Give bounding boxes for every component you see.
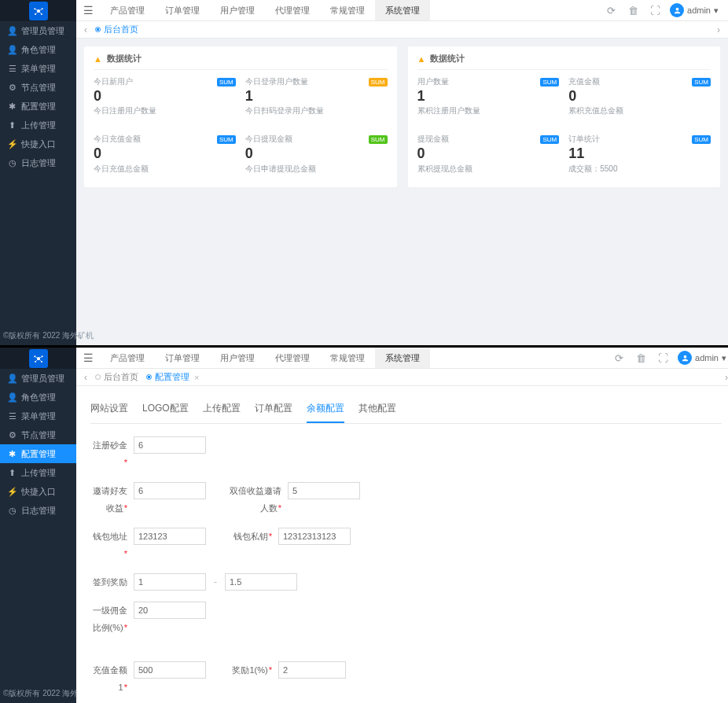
gear-icon: ✱ bbox=[8, 450, 17, 458]
sidebar-item-node[interactable]: ⚙节点管理 bbox=[0, 78, 76, 97]
fullscreen-icon[interactable]: ⛶ bbox=[648, 3, 662, 17]
sidebar-item-log[interactable]: ◷日志管理 bbox=[0, 501, 76, 520]
tab-prev-icon[interactable]: ‹ bbox=[79, 21, 92, 39]
refresh-icon[interactable]: ⟳ bbox=[612, 351, 626, 365]
label-wallet-key: 钱包私钥* bbox=[226, 528, 272, 545]
cfg-tab-order[interactable]: 订单配置 bbox=[255, 399, 292, 423]
dot-icon bbox=[146, 374, 152, 380]
reg-bonus-input[interactable] bbox=[134, 436, 206, 454]
logo bbox=[0, 0, 76, 21]
chevron-down-icon: ▾ bbox=[722, 353, 726, 363]
sidebar-item-admin[interactable]: 👤管理员管理 bbox=[0, 369, 76, 388]
user-menu[interactable]: admin ▾ bbox=[670, 3, 719, 17]
bonus1-input[interactable] bbox=[278, 661, 346, 679]
trash-icon[interactable]: 🗑 bbox=[634, 351, 648, 365]
metric-sub: 今日充值总金额 bbox=[94, 164, 236, 175]
sidebar-item-node[interactable]: ⚙节点管理 bbox=[0, 425, 76, 444]
tab-home[interactable]: 后台首页 bbox=[95, 371, 138, 383]
logo bbox=[0, 348, 76, 369]
sidebar-item-menu[interactable]: ☰菜单管理 bbox=[0, 407, 76, 425]
metric-sub: 累积提现总金额 bbox=[417, 164, 560, 175]
sidebar-label: 上传管理 bbox=[21, 467, 56, 479]
topnav-user[interactable]: 用户管理 bbox=[210, 0, 265, 20]
sidebar-item-quick[interactable]: ⚡快捷入口 bbox=[0, 482, 76, 501]
svg-line-8 bbox=[39, 11, 42, 14]
metric-label: 充值金额 bbox=[568, 76, 600, 87]
sidebar-label: 菜单管理 bbox=[21, 410, 56, 422]
topnav-general[interactable]: 常规管理 bbox=[320, 0, 375, 20]
sidebar-label: 管理员管理 bbox=[21, 25, 64, 37]
tab-next-icon[interactable]: › bbox=[720, 369, 728, 386]
avatar bbox=[678, 351, 692, 365]
topnav-general[interactable]: 常规管理 bbox=[320, 348, 375, 368]
metric-value: 1 bbox=[417, 87, 560, 105]
cfg-tab-site[interactable]: 网站设置 bbox=[90, 399, 128, 423]
topnav-system[interactable]: 系统管理 bbox=[375, 348, 430, 368]
sign-max-input[interactable] bbox=[225, 573, 297, 591]
tab-home[interactable]: 后台首页 bbox=[95, 24, 138, 35]
sidebar-item-menu[interactable]: ☰菜单管理 bbox=[0, 59, 76, 78]
metric-value: 11 bbox=[568, 145, 711, 163]
content-config: 网站设置 LOGO配置 上传配置 订单配置 余额配置 其他配置 注册砂金* 邀请… bbox=[76, 386, 728, 703]
hamburger-icon[interactable]: ☰ bbox=[76, 0, 100, 21]
topnav-system[interactable]: 系统管理 bbox=[375, 0, 430, 20]
panel-stats-2: ▲数据统计 用户数量SUM 1 累积注册用户数量 充值金额SUM 0 累积充值总… bbox=[408, 46, 721, 187]
label-reg-bonus: 注册砂金* bbox=[90, 436, 127, 471]
metric-login-users: 今日登录用户数量SUM 1 今日扫码登录用户数量 bbox=[245, 75, 388, 123]
topnav: 产品管理 订单管理 用户管理 代理管理 常规管理 系统管理 bbox=[100, 0, 430, 20]
upload-icon: ⬆ bbox=[8, 469, 17, 477]
sidebar-label: 节点管理 bbox=[21, 429, 56, 441]
wallet-key-input[interactable] bbox=[278, 528, 351, 545]
refresh-icon[interactable]: ⟳ bbox=[604, 3, 618, 17]
topnav-product[interactable]: 产品管理 bbox=[100, 0, 155, 20]
trash-icon[interactable]: 🗑 bbox=[626, 3, 640, 17]
badge: SUM bbox=[217, 135, 236, 144]
cfg-tab-logo[interactable]: LOGO配置 bbox=[142, 399, 189, 423]
cfg-tab-balance[interactable]: 余额配置 bbox=[307, 399, 344, 423]
topnav-order[interactable]: 订单管理 bbox=[155, 0, 210, 20]
double-input[interactable] bbox=[288, 482, 360, 499]
topnav-product[interactable]: 产品管理 bbox=[100, 348, 155, 368]
topnav-agent[interactable]: 代理管理 bbox=[265, 0, 320, 20]
svg-line-7 bbox=[35, 11, 39, 14]
tab-prev-icon[interactable]: ‹ bbox=[79, 369, 92, 386]
sign-min-input[interactable] bbox=[134, 573, 206, 591]
sidebar-item-upload[interactable]: ⬆上传管理 bbox=[0, 116, 76, 134]
tab-config[interactable]: 配置管理 × bbox=[146, 371, 199, 383]
sidebar-menu: 👤管理员管理 👤角色管理 ☰菜单管理 ⚙节点管理 ✱配置管理 ⬆上传管理 ⚡快捷… bbox=[0, 21, 76, 326]
sidebar-item-upload[interactable]: ⬆上传管理 bbox=[0, 463, 76, 482]
sidebar-label: 快捷入口 bbox=[21, 138, 56, 150]
cfg-tab-other[interactable]: 其他配置 bbox=[358, 399, 396, 423]
metric-value: 1 bbox=[245, 87, 388, 105]
sidebar-item-config[interactable]: ✱配置管理 bbox=[0, 97, 76, 116]
metric-sub: 成交额：5500 bbox=[568, 164, 711, 175]
topnav-agent[interactable]: 代理管理 bbox=[265, 348, 320, 368]
topnav-order[interactable]: 订单管理 bbox=[155, 348, 210, 368]
metric-label: 用户数量 bbox=[417, 76, 449, 87]
sidebar-item-role[interactable]: 👤角色管理 bbox=[0, 388, 76, 407]
user-menu[interactable]: admin ▾ bbox=[678, 351, 726, 365]
sidebar-item-config[interactable]: ✱配置管理 bbox=[0, 444, 76, 463]
user-icon: 👤 bbox=[8, 374, 17, 383]
invite-input[interactable] bbox=[134, 482, 206, 499]
sidebar-item-role[interactable]: 👤角色管理 bbox=[0, 40, 76, 59]
sidebar-item-log[interactable]: ◷日志管理 bbox=[0, 153, 76, 172]
close-icon[interactable]: × bbox=[194, 373, 199, 382]
dot-icon bbox=[95, 27, 101, 32]
hamburger-icon[interactable]: ☰ bbox=[76, 348, 100, 369]
metric-sub: 今日申请提现总金额 bbox=[245, 164, 388, 175]
topbar: ☰ 产品管理 订单管理 用户管理 代理管理 常规管理 系统管理 ⟳ 🗑 ⛶ ad… bbox=[76, 0, 728, 21]
breadcrumb: 后台首页 bbox=[104, 24, 138, 35]
recharge1-input[interactable] bbox=[134, 661, 206, 679]
fullscreen-icon[interactable]: ⛶ bbox=[656, 351, 670, 365]
sidebar-item-quick[interactable]: ⚡快捷入口 bbox=[0, 134, 76, 153]
cfg-tab-upload[interactable]: 上传配置 bbox=[203, 399, 241, 423]
sidebar: 👤管理员管理 👤角色管理 ☰菜单管理 ⚙节点管理 ✱配置管理 ⬆上传管理 ⚡快捷… bbox=[0, 348, 76, 703]
sidebar-item-admin[interactable]: 👤管理员管理 bbox=[0, 21, 76, 40]
topnav-user[interactable]: 用户管理 bbox=[210, 348, 265, 368]
wallet-addr-input[interactable] bbox=[134, 528, 206, 545]
commission-input[interactable] bbox=[134, 602, 206, 619]
sidebar-label: 上传管理 bbox=[21, 120, 56, 131]
tab-next-icon[interactable]: › bbox=[712, 21, 725, 39]
tabbar: ‹ 后台首页 配置管理 × › bbox=[76, 369, 728, 386]
